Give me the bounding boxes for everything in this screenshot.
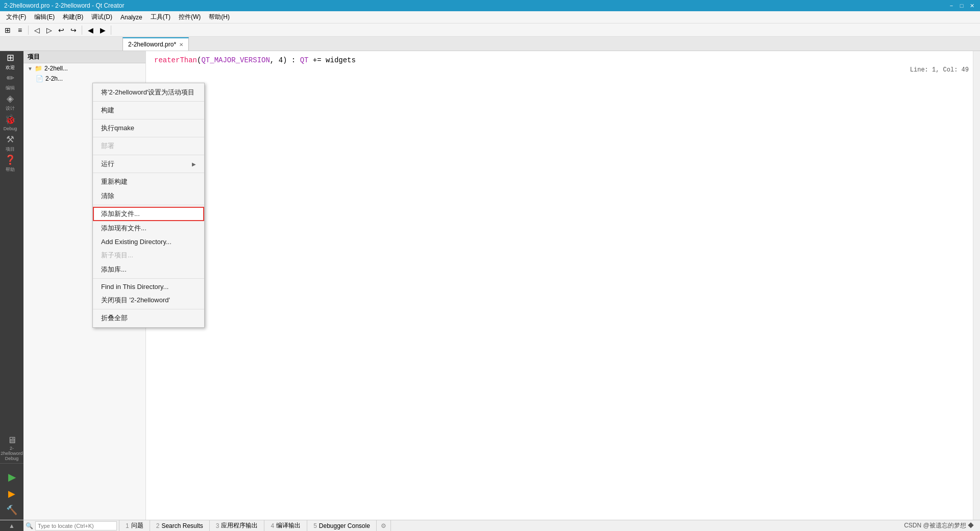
code-line-1: reaterThan(QT_MAJOR_VERSION, 4) : QT += … — [154, 55, 965, 66]
ctx-clean[interactable]: 清除 — [93, 189, 204, 203]
ctx-add-new-file[interactable]: 添加新文件... — [93, 207, 204, 221]
bottom-tab-issues[interactable]: 1 问题 — [119, 520, 150, 531]
ctx-add-library[interactable]: 添加库... — [93, 262, 204, 277]
menubar: 文件(F) 编辑(E) 构建(B) 调试(D) Analyze 工具(T) 控件… — [0, 11, 980, 23]
bottom-left-toggle: ▲ — [0, 520, 23, 532]
maximize-button[interactable]: □ — [958, 2, 966, 10]
tab-num-3: 3 — [216, 522, 219, 529]
ctx-set-active[interactable]: 将'2-2helloword'设置为活动项目 — [93, 85, 204, 100]
title-text: 2-2helloword.pro - 2-2helloword - Qt Cre… — [4, 2, 947, 9]
ctx-new-subproject: 新子项目... — [93, 248, 204, 262]
sidebar-icon-welcome[interactable]: ⊞ 欢迎 — [0, 51, 20, 71]
ctx-collapse-all[interactable]: 折叠全部 — [93, 311, 204, 325]
run-controls-panel: 🖥 2-2helloword Debug ▶ ▶ 🔨 — [0, 431, 23, 520]
menu-debug[interactable]: 调试(D) — [87, 12, 116, 22]
device-name-label: 🖥 2-2helloword Debug — [0, 435, 23, 464]
ctx-run[interactable]: 运行 — [93, 157, 204, 171]
tab-label-debugger: Debugger Console — [319, 522, 370, 529]
tab-label-compile: 编译输出 — [276, 521, 301, 530]
sidebar-icon-edit[interactable]: ✏ 编辑 — [0, 71, 20, 92]
close-button[interactable]: ✕ — [968, 2, 976, 10]
menu-help[interactable]: 帮助(H) — [205, 12, 234, 22]
ctx-sep1 — [93, 101, 204, 102]
ctx-find-in-dir[interactable]: Find in This Directory... — [93, 280, 204, 293]
toolbar: ⊞ ≡ ◁ ▷ ↩ ↪ ◀ ▶ — [0, 23, 980, 37]
bottom-tab-compile[interactable]: 4 编译输出 — [264, 520, 307, 531]
titlebar: 2-2helloword.pro - 2-2helloword - Qt Cre… — [0, 0, 980, 11]
tab-pro-label: 2-2helloword.pro* — [128, 41, 176, 48]
device-monitor-icon: 🖥 — [0, 435, 23, 446]
bottom-tab-app-output[interactable]: 3 应用程序输出 — [210, 520, 265, 531]
tab-num-5: 5 — [313, 522, 317, 529]
tree-root-label: 2-2hell... — [44, 65, 68, 72]
toolbar-menu-btn[interactable]: ≡ — [14, 25, 26, 36]
tab-label-issues: 问题 — [131, 521, 143, 530]
sidebar-icon-debug[interactable]: 🐞 Debug — [0, 112, 20, 133]
minimize-button[interactable]: − — [947, 2, 955, 10]
bottom-tab-settings[interactable]: ⚙ — [377, 520, 391, 531]
ctx-close-project[interactable]: 关闭项目 '2-2helloword' — [93, 293, 204, 307]
ctx-add-existing-dir[interactable]: Add Existing Directory... — [93, 235, 204, 248]
sidebar-icon-projects[interactable]: ⚒ 项目 — [0, 133, 20, 153]
ctx-qmake[interactable]: 执行qmake — [93, 121, 204, 135]
editor-scrollbar[interactable] — [973, 51, 980, 520]
sidebar-icon-design[interactable]: ◈ 设计 — [0, 92, 20, 112]
bottom-tab-search[interactable]: 2 Search Results — [150, 520, 210, 531]
run-play-button[interactable]: ▶ — [8, 471, 16, 483]
bottom-tab-debugger[interactable]: 5 Debugger Console — [307, 520, 377, 531]
side-panel: 项目 ▼ 📁 2-2hell... 📄 2-2h... 将'2-2hellowo… — [23, 51, 146, 520]
window-controls: − □ ✕ — [947, 2, 976, 10]
toolbar-back-btn[interactable]: ◁ — [31, 25, 42, 36]
search-icon: 🔍 — [26, 522, 33, 529]
tree-file-icon: 📄 — [36, 75, 43, 82]
ctx-add-existing-file[interactable]: 添加现有文件... — [93, 221, 204, 235]
toolbar-fwd-btn[interactable]: ▷ — [43, 25, 55, 36]
run-debug-button[interactable]: ▶ — [8, 488, 15, 499]
editor-wrapper: reaterThan(QT_MAJOR_VERSION, 4) : QT += … — [146, 51, 980, 520]
toolbar-undo-btn[interactable]: ↩ — [56, 25, 67, 36]
tree-folder-icon: 📁 — [35, 65, 42, 72]
sidebar-icon-help[interactable]: ❓ 帮助 — [0, 153, 20, 174]
menu-build[interactable]: 构建(B) — [59, 12, 87, 22]
editor-area[interactable]: reaterThan(QT_MAJOR_VERSION, 4) : QT += … — [146, 51, 973, 520]
tab-label-search: Search Results — [161, 522, 203, 529]
tab-num-4: 4 — [271, 522, 274, 529]
tab-pro-close[interactable]: ✕ — [179, 42, 183, 47]
menu-tools[interactable]: 工具(T) — [146, 12, 175, 22]
run-build-button[interactable]: 🔨 — [6, 504, 17, 516]
toolbar-sep2 — [82, 26, 82, 35]
tree-arrow-root: ▼ — [28, 66, 33, 71]
bottom-status-right: CSDN @被遗忘的梦想 ◆ — [904, 521, 980, 530]
menu-file[interactable]: 文件(F) — [2, 12, 30, 22]
bottom-tabs: 1 问题 2 Search Results 3 应用程序输出 4 编译输出 5 … — [119, 520, 904, 531]
ctx-sep4 — [93, 155, 204, 155]
toolbar-grid-btn[interactable]: ⊞ — [2, 25, 13, 36]
tree-child-label: 2-2h... — [45, 75, 63, 82]
ctx-build[interactable]: 构建 — [93, 103, 204, 117]
menu-controls[interactable]: 控件(W) — [175, 12, 205, 22]
menu-edit[interactable]: 编辑(E) — [30, 12, 59, 22]
tab-num-2: 2 — [156, 522, 160, 529]
toolbar-prev-btn[interactable]: ◀ — [85, 25, 96, 36]
side-panel-header: 项目 — [23, 51, 145, 63]
device-name-text: 2-2helloword — [0, 446, 23, 456]
tab-pro-file[interactable]: 2-2helloword.pro* ✕ — [122, 37, 189, 51]
tree-child[interactable]: 📄 2-2h... — [23, 74, 145, 84]
ctx-sep8 — [93, 309, 204, 309]
toolbar-sep3 — [111, 26, 111, 35]
ctx-sep6 — [93, 205, 204, 205]
bottom-arrow-icon[interactable]: ▲ — [9, 522, 15, 529]
ctx-sep7 — [93, 278, 204, 279]
ctx-sep5 — [93, 173, 204, 173]
tree-root[interactable]: ▼ 📁 2-2hell... — [23, 63, 145, 74]
toolbar-redo-btn[interactable]: ↪ — [68, 25, 79, 36]
toolbar-next-btn[interactable]: ▶ — [97, 25, 108, 36]
locate-input[interactable] — [35, 521, 117, 530]
menu-analyze[interactable]: Analyze — [116, 13, 146, 22]
toolbar-sep1 — [28, 26, 29, 35]
status-csdn: CSDN @被遗忘的梦想 ◆ — [904, 522, 974, 529]
ctx-rebuild[interactable]: 重新构建 — [93, 175, 204, 189]
bottom-panel: ▲ 🔍 1 问题 2 Search Results 3 应用程序输出 4 编译输… — [0, 520, 980, 531]
tab-label-app-output: 应用程序输出 — [221, 521, 258, 530]
context-menu: 将'2-2helloword'设置为活动项目 构建 执行qmake 部署 运行 … — [92, 83, 205, 328]
